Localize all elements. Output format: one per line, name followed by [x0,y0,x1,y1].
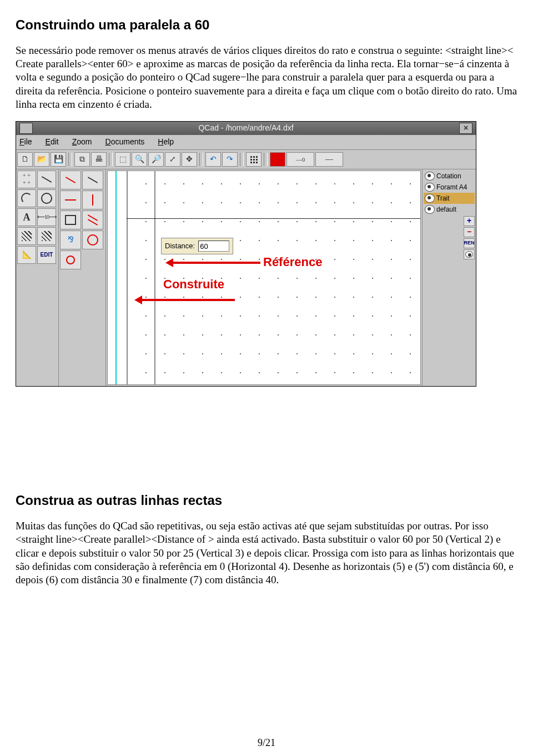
window-titlebar: QCad - /home/andre/A4.dxf × [16,122,476,135]
layer-default[interactable]: default [424,204,475,215]
line-tangent-icon[interactable] [82,231,103,249]
distance-label: Distance: [165,242,195,251]
copy-icon[interactable]: ⧉ [74,152,90,167]
paragraph-2: Muitas das funções do QCad são repetitiv… [16,519,517,587]
line-tangent2-icon[interactable] [60,251,81,269]
layer-remove-button[interactable]: − [464,227,475,237]
circle-tool-icon[interactable] [37,189,56,207]
redo-icon[interactable]: ↷ [222,152,238,167]
system-menu-icon[interactable] [19,123,33,134]
window-title: QCad - /home/andre/A4.dxf [36,123,456,133]
open-icon[interactable]: 📂 [34,152,49,167]
text-tool-icon[interactable]: A [17,208,36,226]
eye-icon[interactable] [425,205,435,214]
reference-line [115,171,117,384]
menu-bar: File Edit Zoom Documents Help [16,135,476,150]
save-icon[interactable]: 💾 [51,152,66,167]
heading-parallel-60: Construindo uma paralela a 60 [16,17,517,34]
paragraph-1: Se necessário pode remover os menus atra… [16,44,517,112]
line-parallel-icon[interactable] [82,211,103,229]
eye-icon[interactable] [425,183,435,192]
menu-zoom[interactable]: Zoom [72,137,92,147]
page-number: 9/21 [16,737,517,749]
eye-icon[interactable] [425,172,435,181]
zoom-window-icon[interactable]: ⬚ [115,152,130,167]
annotation-construite: Construite [163,277,224,292]
canvas-area: Distance: Référence Construite Cotation … [106,169,476,386]
drawing-canvas[interactable]: Distance: Référence Construite [107,171,421,385]
line-horizontal-icon[interactable] [60,191,81,209]
line-tool-icon[interactable] [37,171,56,188]
layer-visibility-button[interactable] [464,249,475,259]
distance-input[interactable] [198,241,229,252]
line-sub-toolbox: ⅋ [59,169,106,386]
close-icon[interactable]: × [459,123,472,134]
menu-edit[interactable]: Edit [46,137,59,147]
hatch-tool-2-icon[interactable] [37,227,56,245]
menu-help[interactable]: Help [158,137,174,147]
heading-other-lines: Construa as outras linhas rectas [16,492,517,509]
distance-dialog: Distance: [161,238,233,254]
layer-add-button[interactable]: + [464,216,475,226]
eye-icon[interactable] [425,194,435,203]
points-tool-icon[interactable]: + ++ + [17,171,36,188]
edit-button[interactable]: EDIT [37,246,56,264]
undo-icon[interactable]: ↶ [205,152,221,167]
layer-rename-button[interactable]: REN [464,238,475,248]
grid-icon[interactable] [246,152,262,167]
arc-tool-icon[interactable] [17,189,36,207]
line-angle-icon[interactable] [82,171,103,189]
layer-cotation[interactable]: Cotation [424,171,475,182]
line-2points-icon[interactable] [60,171,81,189]
dimension-tool-icon[interactable]: ⟵10⟶ [37,208,56,226]
line-style-selector[interactable]: — [315,152,343,167]
color-swatch[interactable] [270,152,285,167]
horizontal-line [127,218,420,219]
new-icon[interactable]: 🗋 [17,152,33,167]
arrow-reference [169,262,260,264]
annotation-reference: Référence [263,254,322,270]
print-icon[interactable]: 🖶 [91,152,107,167]
arrow-construite [138,299,235,301]
constructed-line-2 [154,171,155,384]
menu-file[interactable]: File [19,137,32,147]
zoom-extents-icon[interactable]: ⤢ [165,152,180,167]
zoom-out-icon[interactable]: 🔎 [148,152,164,167]
pan-icon[interactable]: ✥ [182,152,197,167]
primary-toolbox: + ++ + A ⟵10⟶ 📐 EDIT [16,169,59,386]
line-vertical-icon[interactable] [82,191,103,209]
line-weight-selector[interactable]: — 0 [286,152,314,167]
measure-tool-icon[interactable]: 📐 [17,246,36,264]
layer-panel: Cotation Foramt A4 Trait default + − REN [422,169,476,386]
line-rectangle-icon[interactable] [60,211,81,229]
menu-documents[interactable]: Documents [105,137,145,147]
constructed-line-1 [127,171,128,384]
layer-format-a4[interactable]: Foramt A4 [424,182,475,193]
zoom-in-icon[interactable]: 🔍 [132,152,147,167]
layer-trait[interactable]: Trait [424,193,475,204]
main-toolbar: 🗋 📂 💾 ⧉ 🖶 ⬚ 🔍 🔎 ⤢ ✥ ↶ ↷ — 0 — [16,150,476,169]
hatch-tool-icon[interactable] [17,227,36,245]
line-bisector-icon[interactable]: ⅋ [60,231,81,249]
qcad-screenshot: QCad - /home/andre/A4.dxf × File Edit Zo… [16,121,476,387]
